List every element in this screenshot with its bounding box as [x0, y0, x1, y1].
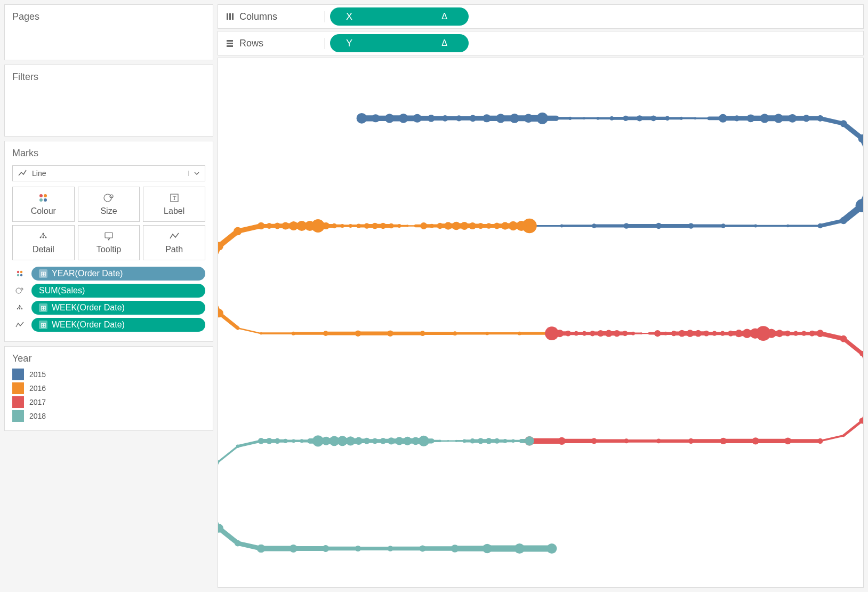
- svg-point-426: [300, 439, 303, 443]
- mark-assignment-detail[interactable]: ⊞ WEEK(Order Date): [12, 301, 205, 315]
- svg-point-288: [688, 223, 694, 228]
- svg-point-381: [840, 335, 847, 342]
- size-icon: [103, 193, 114, 203]
- visualization-canvas[interactable]: [218, 58, 864, 588]
- svg-point-347: [556, 330, 564, 337]
- svg-point-390: [752, 437, 759, 444]
- svg-line-226: [219, 446, 238, 461]
- pill-week-orderdate-detail[interactable]: ⊞ WEEK(Order Date): [31, 301, 205, 315]
- svg-point-353: [605, 330, 612, 337]
- path-label: Path: [165, 245, 183, 254]
- svg-point-329: [234, 227, 242, 235]
- filters-shelf[interactable]: Filters: [4, 65, 213, 137]
- pill-week-orderdate-path[interactable]: ⊞ WEEK(Order Date): [31, 318, 205, 332]
- svg-point-416: [380, 438, 386, 444]
- tooltip-button[interactable]: Tooltip: [78, 225, 140, 260]
- size-button[interactable]: Size: [78, 187, 140, 222]
- svg-point-324: [282, 222, 289, 229]
- label-label: Label: [164, 206, 184, 216]
- legend-item-2016[interactable]: 2016: [12, 382, 205, 394]
- label-button[interactable]: T Label: [143, 187, 205, 222]
- svg-point-285: [786, 225, 789, 227]
- svg-point-445: [420, 546, 426, 552]
- svg-point-427: [292, 439, 295, 443]
- svg-point-428: [283, 439, 287, 443]
- svg-point-244: [385, 114, 394, 123]
- svg-point-394: [624, 438, 629, 443]
- legend-item-2017[interactable]: 2017: [12, 396, 205, 408]
- svg-point-245: [399, 114, 408, 123]
- svg-point-375: [785, 331, 791, 337]
- mark-type-value: Line: [32, 169, 46, 178]
- pill-year-orderdate[interactable]: ⊞ YEAR(Order Date): [31, 267, 205, 281]
- svg-point-448: [515, 543, 525, 554]
- columns-icon: [226, 12, 234, 21]
- svg-point-368: [728, 331, 734, 337]
- svg-point-341: [420, 331, 425, 336]
- colour-button[interactable]: Colour: [12, 187, 75, 222]
- svg-point-274: [803, 115, 810, 122]
- mark-assignment-path[interactable]: ⊞ WEEK(Order Date): [12, 318, 205, 332]
- svg-point-392: [688, 438, 694, 444]
- svg-point-264: [665, 116, 670, 121]
- svg-rect-32: [227, 40, 233, 42]
- svg-point-362: [679, 330, 686, 337]
- svg-text:T: T: [172, 195, 176, 201]
- svg-point-354: [614, 330, 621, 337]
- detail-label: Detail: [33, 245, 54, 254]
- svg-point-442: [322, 545, 329, 552]
- plus-icon: ⊞: [39, 269, 47, 278]
- svg-point-287: [721, 223, 725, 228]
- svg-point-348: [565, 331, 571, 337]
- svg-point-299: [486, 223, 492, 229]
- svg-point-360: [664, 332, 668, 335]
- tooltip-icon: [103, 231, 114, 242]
- svg-point-438: [235, 540, 241, 547]
- svg-point-251: [483, 114, 491, 122]
- svg-point-317: [341, 224, 344, 228]
- svg-point-325: [274, 223, 280, 229]
- legend-item-2015[interactable]: 2015: [12, 369, 205, 380]
- colour-legend[interactable]: Year 2015 2016 2017 2018: [4, 346, 213, 431]
- columns-shelf[interactable]: Columns X Δ: [218, 4, 864, 29]
- line-icon: [18, 169, 27, 178]
- rows-shelf[interactable]: Rows Y Δ: [218, 31, 864, 55]
- colour-label: Colour: [31, 206, 56, 216]
- colour-icon: [12, 269, 27, 278]
- tableau-worksheet: Pages Filters Marks Line: [0, 0, 868, 592]
- svg-rect-33: [227, 43, 233, 44]
- svg-line-179: [820, 436, 843, 441]
- filters-label: Filters: [12, 71, 205, 83]
- svg-point-388: [817, 438, 823, 444]
- svg-point-400: [511, 439, 515, 443]
- svg-line-174: [843, 339, 862, 354]
- chevron-down-icon: [188, 171, 199, 176]
- svg-point-441: [290, 545, 298, 553]
- svg-point-391: [720, 438, 726, 444]
- svg-point-256: [554, 116, 559, 121]
- svg-point-259: [597, 117, 600, 120]
- mark-type-dropdown[interactable]: Line: [12, 165, 205, 181]
- svg-point-414: [395, 437, 403, 445]
- mark-assignment-size[interactable]: SUM(Sales): [12, 284, 205, 298]
- pages-shelf[interactable]: Pages: [4, 4, 213, 60]
- path-button[interactable]: Path: [143, 225, 205, 260]
- mark-assignment-colour[interactable]: ⊞ YEAR(Order Date): [12, 267, 205, 281]
- svg-point-356: [631, 332, 635, 335]
- svg-point-312: [380, 223, 387, 229]
- pill-sum-sales[interactable]: SUM(Sales): [31, 284, 205, 298]
- detail-button[interactable]: Detail: [12, 225, 75, 260]
- svg-point-257: [568, 117, 572, 120]
- legend-item-2018[interactable]: 2018: [12, 410, 205, 422]
- svg-point-351: [590, 331, 595, 336]
- svg-point-412: [412, 437, 420, 445]
- svg-point-271: [760, 114, 769, 123]
- svg-point-408: [447, 440, 449, 442]
- columns-pill-x[interactable]: X Δ: [330, 7, 469, 26]
- svg-point-322: [296, 221, 307, 231]
- svg-point-297: [501, 222, 509, 229]
- svg-point-365: [703, 331, 709, 337]
- rows-pill-y[interactable]: Y Δ: [330, 34, 469, 52]
- svg-point-378: [809, 331, 815, 337]
- svg-point-268: [719, 114, 727, 123]
